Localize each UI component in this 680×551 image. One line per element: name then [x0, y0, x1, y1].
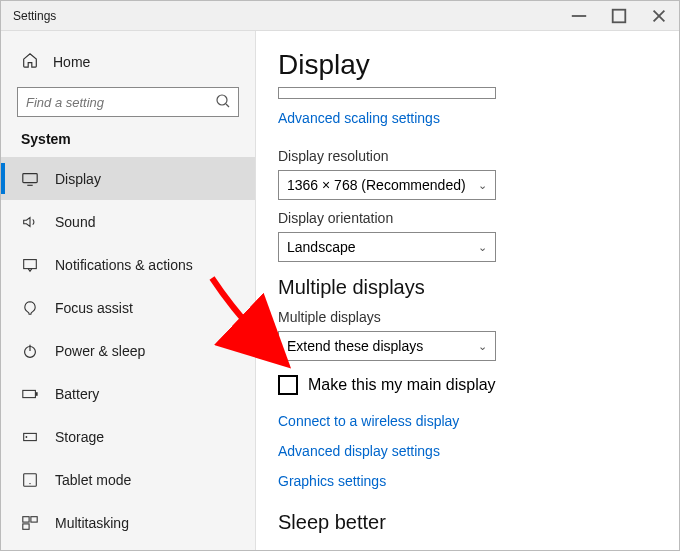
orientation-dropdown[interactable]: Landscape ⌄ — [278, 232, 496, 262]
sidebar-item-label: Storage — [55, 429, 104, 445]
sidebar-item-label: Power & sleep — [55, 343, 145, 359]
svg-rect-8 — [24, 259, 37, 268]
sidebar-item-display[interactable]: Display — [1, 157, 255, 200]
orientation-value: Landscape — [287, 239, 356, 255]
display-icon — [21, 170, 39, 188]
maximize-icon — [610, 7, 628, 25]
sidebar-item-storage[interactable]: Storage — [1, 415, 255, 458]
graphics-settings-link[interactable]: Graphics settings — [278, 473, 679, 489]
sidebar-item-label: Sound — [55, 214, 95, 230]
sound-icon — [21, 213, 39, 231]
advanced-display-link[interactable]: Advanced display settings — [278, 443, 679, 459]
search-input[interactable] — [17, 87, 239, 117]
sidebar-item-sound[interactable]: Sound — [1, 200, 255, 243]
sidebar-item-label: Notifications & actions — [55, 257, 193, 273]
svg-point-16 — [29, 482, 30, 483]
sidebar-item-label: Multitasking — [55, 515, 129, 531]
resolution-value: 1366 × 768 (Recommended) — [287, 177, 466, 193]
resolution-dropdown[interactable]: 1366 × 768 (Recommended) ⌄ — [278, 170, 496, 200]
sidebar-item-label: Focus assist — [55, 300, 133, 316]
sidebar-item-battery[interactable]: Battery — [1, 372, 255, 415]
resolution-label: Display resolution — [278, 148, 679, 164]
home-button[interactable]: Home — [1, 43, 255, 87]
chevron-down-icon: ⌄ — [478, 340, 487, 353]
svg-rect-17 — [23, 516, 29, 521]
svg-rect-12 — [36, 392, 38, 396]
chevron-down-icon: ⌄ — [478, 241, 487, 254]
battery-icon — [21, 385, 39, 403]
main-display-checkbox[interactable] — [278, 375, 298, 395]
home-label: Home — [53, 54, 90, 70]
svg-rect-1 — [613, 9, 626, 22]
close-icon — [650, 7, 668, 25]
scaling-field[interactable] — [278, 87, 496, 99]
sidebar-item-notifications[interactable]: Notifications & actions — [1, 243, 255, 286]
page-title: Display — [278, 49, 679, 81]
nav-list: Display Sound Notifications & actions Fo… — [1, 157, 255, 550]
advanced-scaling-link[interactable]: Advanced scaling settings — [278, 110, 440, 126]
sleep-better-heading: Sleep better — [278, 511, 679, 534]
svg-rect-11 — [23, 390, 36, 397]
notifications-icon — [21, 256, 39, 274]
sidebar-item-tablet-mode[interactable]: Tablet mode — [1, 458, 255, 501]
titlebar: Settings — [1, 1, 679, 31]
svg-point-14 — [26, 436, 28, 438]
sidebar: Home System Display Sound — [1, 31, 256, 550]
wireless-display-link[interactable]: Connect to a wireless display — [278, 413, 679, 429]
multitasking-icon — [21, 514, 39, 532]
home-icon — [21, 51, 39, 73]
sidebar-item-projecting[interactable]: Projecting to this PC — [1, 544, 255, 550]
minimize-icon — [570, 7, 588, 25]
sidebar-item-label: Display — [55, 171, 101, 187]
sidebar-item-focus-assist[interactable]: Focus assist — [1, 286, 255, 329]
multiple-displays-label: Multiple displays — [278, 309, 679, 325]
main-display-checkbox-label: Make this my main display — [308, 376, 496, 394]
svg-rect-15 — [24, 473, 37, 486]
multiple-displays-heading: Multiple displays — [278, 276, 679, 299]
power-icon — [21, 342, 39, 360]
svg-rect-6 — [23, 173, 37, 182]
sidebar-item-label: Battery — [55, 386, 99, 402]
close-button[interactable] — [639, 1, 679, 31]
category-heading: System — [1, 131, 255, 157]
chevron-down-icon: ⌄ — [478, 179, 487, 192]
svg-rect-18 — [31, 516, 37, 521]
multiple-displays-dropdown[interactable]: Extend these displays ⌄ — [278, 331, 496, 361]
sidebar-item-power-sleep[interactable]: Power & sleep — [1, 329, 255, 372]
storage-icon — [21, 428, 39, 446]
sidebar-item-label: Tablet mode — [55, 472, 131, 488]
focus-assist-icon — [21, 299, 39, 317]
svg-rect-19 — [23, 523, 29, 528]
multiple-displays-value: Extend these displays — [287, 338, 423, 354]
maximize-button[interactable] — [599, 1, 639, 31]
content-pane: Display Advanced scaling settings Displa… — [256, 31, 679, 550]
window-title: Settings — [1, 9, 559, 23]
search-icon — [215, 93, 231, 113]
sidebar-item-multitasking[interactable]: Multitasking — [1, 501, 255, 544]
svg-line-5 — [226, 104, 229, 107]
tablet-icon — [21, 471, 39, 489]
orientation-label: Display orientation — [278, 210, 679, 226]
minimize-button[interactable] — [559, 1, 599, 31]
svg-point-4 — [217, 95, 227, 105]
